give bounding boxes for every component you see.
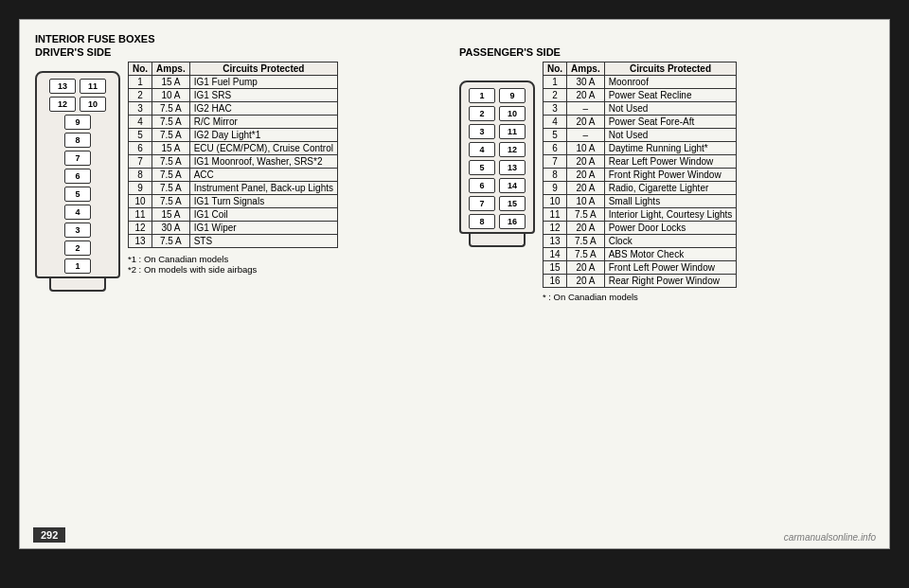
table-row: 220 APower Seat Recline xyxy=(544,89,737,102)
passengers-content-row: 1 9 2 10 3 11 4 12 xyxy=(459,62,874,302)
p-fuse-2: 2 xyxy=(469,106,495,121)
p-fuse-1: 1 xyxy=(469,88,495,103)
table-row: 1010 ASmall Lights xyxy=(544,195,737,208)
fuse-circuit: IG1 Moonroof, Washer, SRS*2 xyxy=(189,155,337,169)
fuse-circuit: Front Right Power Window xyxy=(604,169,737,182)
table-row: 420 APower Seat Fore-Aft xyxy=(544,116,737,129)
fuse-11: 11 xyxy=(80,79,106,94)
drivers-content-row: 13 11 12 10 9 8 7 6 5 xyxy=(35,62,450,292)
driver-col-no: No. xyxy=(129,62,152,76)
driver-fuse-box: 13 11 12 10 9 8 7 6 5 xyxy=(35,71,120,278)
passenger-col-circuits: Circuits Protected xyxy=(604,62,737,76)
fuse-amps: 7.5 A xyxy=(152,182,190,195)
fuse-circuit: Small Lights xyxy=(604,195,737,208)
fuse-circuit: STS xyxy=(189,235,337,248)
driver-col-circuits: Circuits Protected xyxy=(189,62,337,76)
sections-wrapper: DRIVER'S SIDE 13 11 12 10 xyxy=(35,46,874,302)
fuse-number: 7 xyxy=(129,155,152,169)
fuse-circuit: Moonroof xyxy=(604,76,737,89)
fuse-number: 5 xyxy=(129,129,152,142)
driver-footnotes: *1 : On Canadian models *2 : On models w… xyxy=(128,254,338,275)
fuse-circuit: Front Left Power Window xyxy=(604,261,737,275)
passengers-side-section: PASSENGER'S SIDE 1 9 2 10 3 xyxy=(450,46,874,302)
p-fuse-row-4: 4 12 xyxy=(465,142,529,157)
passenger-fuse-box: 1 9 2 10 3 11 4 12 xyxy=(459,80,535,234)
drivers-side-label: DRIVER'S SIDE xyxy=(35,46,450,58)
table-row: 210 AIG1 SRS xyxy=(129,89,338,102)
table-row: 57.5 AIG2 Day Light*1 xyxy=(129,129,338,142)
fuse-1: 1 xyxy=(64,258,91,274)
fuse-row-1: 13 11 xyxy=(43,79,113,94)
fuse-number: 6 xyxy=(129,142,152,155)
fuse-7: 7 xyxy=(64,151,91,166)
p-fuse-3: 3 xyxy=(469,124,495,139)
fuse-number: 13 xyxy=(129,235,152,248)
fuse-row-2: 12 10 xyxy=(43,97,113,112)
fuse-circuit: ACC xyxy=(189,169,337,182)
fuse-circuit: Power Seat Fore-Aft xyxy=(604,116,737,129)
table-row: 107.5 AIG1 Turn Signals xyxy=(129,195,338,208)
main-title: INTERIOR FUSE BOXES xyxy=(35,33,874,45)
passenger-fuse-diagram: 1 9 2 10 3 11 4 12 xyxy=(459,71,535,302)
fuse-3: 3 xyxy=(64,223,91,238)
passenger-table-container: No. Amps. Circuits Protected 130 AMoonro… xyxy=(543,62,737,302)
fuse-amps: – xyxy=(567,102,605,116)
table-row: 117.5 AInterior Light, Courtesy Lights xyxy=(544,208,737,222)
fuse-amps: 15 A xyxy=(152,142,190,155)
watermark: carmanualsonline.info xyxy=(784,532,876,543)
fuse-number: 9 xyxy=(544,182,567,195)
p-fuse-6: 6 xyxy=(469,178,495,193)
table-row: 77.5 AIG1 Moonroof, Washer, SRS*2 xyxy=(129,155,338,169)
fuse-circuit: Not Used xyxy=(604,102,737,116)
driver-footnote-1: *1 : On Canadian models xyxy=(128,254,338,264)
fuse-amps: – xyxy=(567,129,605,142)
driver-fuse-diagram: 13 11 12 10 9 8 7 6 5 xyxy=(35,71,120,292)
fuse-5: 5 xyxy=(64,187,91,202)
table-row: 920 ARadio, Cigarette Lighter xyxy=(544,182,737,195)
fuse-amps: 20 A xyxy=(567,155,605,169)
fuse-6: 6 xyxy=(64,169,91,184)
fuse-amps: 7.5 A xyxy=(567,208,605,222)
fuse-circuit: IG1 Coil xyxy=(189,208,337,222)
fuse-2: 2 xyxy=(64,241,91,256)
fuse-circuit: IG1 SRS xyxy=(189,89,337,102)
fuse-number: 6 xyxy=(544,142,567,155)
table-row: 47.5 AR/C Mirror xyxy=(129,116,338,129)
page-number: 292 xyxy=(33,527,65,543)
p-fuse-11: 11 xyxy=(499,124,526,139)
fuse-amps: 20 A xyxy=(567,275,605,288)
p-fuse-12: 12 xyxy=(499,142,526,157)
fuse-number: 1 xyxy=(544,76,567,89)
table-row: 1620 ARear Right Power Window xyxy=(544,275,737,288)
table-row: 610 ADaytime Running Light* xyxy=(544,142,737,155)
fuse-circuit: IG1 Fuel Pump xyxy=(189,76,337,89)
fuse-circuit: Power Seat Recline xyxy=(604,89,737,102)
driver-fuse-table: No. Amps. Circuits Protected 115 AIG1 Fu… xyxy=(128,62,338,248)
p-fuse-14: 14 xyxy=(499,178,526,193)
fuse-circuit: IG1 Wiper xyxy=(189,222,337,235)
fuse-9: 9 xyxy=(64,115,91,130)
fuse-number: 1 xyxy=(129,76,152,89)
table-row: 37.5 AIG2 HAC xyxy=(129,102,338,116)
p-fuse-15: 15 xyxy=(499,196,526,211)
table-row: 1520 AFront Left Power Window xyxy=(544,261,737,275)
fuse-amps: 30 A xyxy=(152,222,190,235)
fuse-number: 8 xyxy=(129,169,152,182)
table-row: 1220 APower Door Locks xyxy=(544,222,737,235)
fuse-number: 9 xyxy=(129,182,152,195)
fuse-10: 10 xyxy=(80,97,106,112)
fuse-number: 13 xyxy=(544,235,567,248)
fuse-amps: 7.5 A xyxy=(567,235,605,248)
fuse-number: 7 xyxy=(544,155,567,169)
fuse-12: 12 xyxy=(49,97,76,112)
fuse-amps: 7.5 A xyxy=(152,195,190,208)
fuse-number: 2 xyxy=(544,89,567,102)
drivers-side-section: DRIVER'S SIDE 13 11 12 10 xyxy=(35,46,450,302)
table-row: 1230 AIG1 Wiper xyxy=(129,222,338,235)
p-fuse-row-2: 2 10 xyxy=(465,106,529,121)
table-row: 115 AIG1 Fuel Pump xyxy=(129,76,338,89)
table-row: 615 AECU (ECM/PCM), Cruise Control xyxy=(129,142,338,155)
fuse-number: 5 xyxy=(544,129,567,142)
p-fuse-10: 10 xyxy=(499,106,526,121)
p-fuse-7: 7 xyxy=(469,196,495,211)
